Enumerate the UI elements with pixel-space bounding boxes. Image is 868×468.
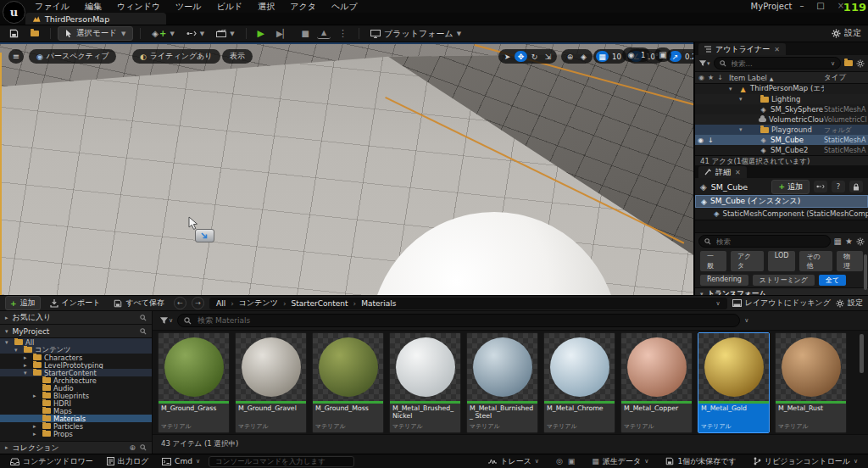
browse-content-button[interactable] [26,29,43,38]
menu-item[interactable]: 編集 [77,0,109,13]
asset-tile[interactable]: M_Metal_Gold マテリアル [698,332,770,433]
revision-control-button[interactable]: リビジョンコントロール∨ [748,455,863,468]
filter-funnel-icon[interactable]: ∨ [159,316,173,325]
derived-data-button[interactable]: ▦派生データ∨ [587,455,654,468]
expand-arrow-icon[interactable] [24,370,31,376]
filter-chip[interactable]: Rendering [700,275,748,286]
details-scrollbar[interactable] [864,254,867,290]
play-options-kebab[interactable]: ⋮ [334,26,352,41]
details-tab[interactable]: 詳細✕ [698,166,747,178]
new-folder-icon[interactable] [844,60,853,66]
expand-arrow-icon[interactable] [33,423,40,430]
asset-search-input[interactable] [196,315,733,326]
rotate-tool-button[interactable]: ↻ [528,51,541,62]
outliner-column-header[interactable]: ◉★↓ Item Label ▲ タイプ [695,71,868,84]
camera-speed-value[interactable]: 1 [638,51,648,59]
favorites-star-icon[interactable]: ★ [845,237,853,246]
details-search-box[interactable] [698,235,831,248]
folder-tree-row[interactable]: LevelPrototyping [0,361,152,369]
filter-chip[interactable]: アクタ [731,251,764,271]
outliner-search-input[interactable] [730,58,827,69]
surface-snap-button[interactable]: ◈ [577,51,590,62]
asset-tile[interactable]: M_Metal_Rust マテリアル [775,332,847,433]
outliner-row[interactable]: Playground フォルダ [695,125,868,135]
skip-button[interactable]: ▶▏ [272,27,293,40]
folder-tree-row[interactable]: Audio [0,384,152,392]
menu-item[interactable]: ツール [168,0,209,13]
editor-mode-select[interactable]: 選択モード▼ [58,26,133,41]
outliner-row[interactable]: ◉↓ SM_Cube StaticMeshA [695,135,868,145]
outliner-row[interactable]: VolumetricCloud VolumetricCl [695,114,868,125]
details-settings-gear-icon[interactable] [856,237,865,246]
asset-tile[interactable]: M_Ground_Moss マテリアル [312,332,384,433]
asset-tile[interactable]: M_Ground_Gravel マテリアル [235,332,307,433]
viewport-maximize-button[interactable]: ▣ [654,47,671,62]
maximize-button[interactable]: □ [814,0,827,12]
filter-chip[interactable]: ストリーミング [753,275,815,286]
expand-arrow-icon[interactable] [739,126,746,133]
unsaved-changes-button[interactable]: 1個が未保存です [660,455,741,468]
pin-icon[interactable]: ↓ [708,136,714,144]
move-tool-button[interactable]: ✥ [515,51,527,62]
search-icon[interactable] [140,328,147,335]
add-collection-icon[interactable]: ⊕ [129,443,136,452]
menu-item[interactable]: ヘルプ [324,0,365,13]
outliner-settings-gear-icon[interactable] [856,59,865,68]
breadcrumb-item[interactable]: All [216,298,239,309]
save-button[interactable] [5,27,23,40]
asset-tile[interactable]: M_Metal_Copper マテリアル [620,332,693,433]
asset-search-box[interactable] [177,314,740,327]
outliner-row[interactable]: SM_SkySphere StaticMeshA [695,104,868,114]
snapshot-status-icon[interactable]: ▣ [568,457,576,465]
toolbar-settings-button[interactable]: 設定 [832,27,861,39]
asset-tile[interactable]: M_Metal_Brushed_Nickel マテリアル [389,332,461,433]
import-button[interactable]: インポート [46,297,105,309]
insights-status-icon[interactable]: ◎ [556,457,563,465]
menu-item[interactable]: ウィンドウ [109,0,168,13]
menu-item[interactable]: 選択 [250,0,282,13]
folder-tree-row[interactable]: Maps [0,407,152,415]
menu-item[interactable]: ファイル [27,0,77,13]
folder-tree-row[interactable]: StarterContent [0,369,152,376]
content-drawer-button[interactable]: コンテンツドロワー [5,455,98,468]
lock-icon[interactable] [849,181,863,192]
blueprint-convert-icon[interactable] [814,181,827,192]
project-header[interactable]: ▾ MyProject [0,325,152,338]
lit-mode-button[interactable]: ◐ライティングあり [132,49,220,64]
expand-arrow-icon[interactable] [33,393,40,399]
asset-tile[interactable]: M_Metal_Chrome マテリアル [543,332,615,433]
console-command-input-box[interactable] [209,456,354,467]
scale-snap-value[interactable]: 0.25 [682,53,693,61]
console-command-input[interactable] [214,456,349,466]
blueprints-button[interactable]: ▼ [182,28,209,39]
outliner-row[interactable]: Lighting [695,94,868,104]
unreal-logo-icon[interactable]: u [3,1,25,24]
back-button[interactable]: ← [174,297,186,309]
platforms-button[interactable]: プラットフォーム▼ [366,26,465,42]
perspective-button[interactable]: ◉パースペクティブ [29,49,116,64]
search-icon[interactable] [140,315,147,321]
details-search-input[interactable] [715,237,825,247]
stop-button[interactable]: ■ [297,27,313,40]
filter-chip[interactable]: 物理 [837,251,863,271]
path-dropdown-icon[interactable]: ∨ [716,300,721,307]
scale-tool-button[interactable]: ⇲ [542,51,554,62]
camera-speed-icon[interactable]: ◉ [625,49,637,60]
viewport[interactable]: ≡ ◉パースペクティブ ◐ライティングあり 表示 ➤ ✥ ↻ ⇲ ⊕ ◈ ▦ 1… [0,42,693,295]
filter-funnel-icon[interactable]: ▾ [698,59,710,67]
asset-grid-scrollbar[interactable] [860,334,864,373]
eye-icon[interactable]: ◉ [698,136,704,144]
close-tab-icon[interactable]: ✕ [735,169,741,176]
grid-snap-icon[interactable]: ▦ [596,51,609,62]
asset-tile[interactable]: M_Ground_Grass マテリアル [158,332,230,433]
cinematics-button[interactable]: ▼ [212,28,238,39]
menu-item[interactable]: ビルド [209,0,251,13]
expand-arrow-icon[interactable] [739,96,746,103]
instance-row[interactable]: ◈ SM_Cube (インスタンス) [695,195,868,208]
outliner-tab[interactable]: アウトライナー✕ [698,43,786,55]
breadcrumb-item[interactable]: StarterContent [291,298,361,309]
output-log-button[interactable]: 出力ログ [102,455,153,468]
menu-item[interactable]: アクタ [282,0,324,13]
expand-arrow-icon[interactable] [24,362,31,369]
asset-tile[interactable]: M_Metal_Burnished_ Steel マテリアル [466,332,538,433]
